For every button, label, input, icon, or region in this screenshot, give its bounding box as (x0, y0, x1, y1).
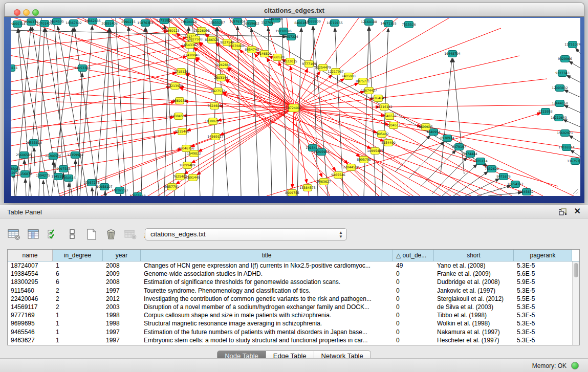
network-edge[interactable] (165, 25, 175, 196)
network-edge[interactable] (128, 27, 134, 196)
network-node[interactable]: 23676608 (228, 43, 245, 50)
network-node[interactable]: 19384554 (170, 113, 187, 120)
table-row[interactable]: 1456911722003Disruption of a novel membe… (8, 303, 572, 311)
network-node[interactable]: 10654112 (507, 181, 524, 188)
network-node[interactable]: 15876302 (137, 20, 154, 27)
network-edge[interactable] (198, 108, 294, 151)
network-edge[interactable] (421, 150, 456, 187)
table-cell-year[interactable]: 1998 (103, 312, 141, 319)
select-all-check-icon[interactable] (46, 228, 59, 240)
network-node[interactable]: 8222035 (283, 58, 297, 65)
table-cell-out_de[interactable]: 49 (393, 262, 434, 269)
network-edge[interactable] (11, 149, 182, 177)
network-node[interactable]: 8454749 (245, 47, 259, 53)
table-cell-title[interactable]: Embryonic stem cells: a model to study s… (141, 337, 393, 344)
network-edge[interactable] (56, 102, 214, 106)
network-node[interactable]: 16543362 (182, 42, 198, 49)
table-row[interactable]: 1830029562008Estimation of significance … (8, 278, 572, 286)
window-titlebar[interactable]: citations_edges.txt (4, 3, 584, 17)
network-node[interactable]: 12923448 (129, 193, 146, 196)
network-edge[interactable] (564, 90, 580, 97)
network-edge[interactable] (384, 105, 565, 107)
table-cell-title[interactable]: Investigating the contribution of common… (141, 295, 393, 302)
table-row[interactable]: 911546021997Tourette syndrome. Phenomeno… (8, 287, 572, 295)
table-cell-in_degree[interactable]: 2 (53, 287, 103, 294)
network-node[interactable]: 10674427 (361, 87, 377, 94)
network-edge[interactable] (432, 157, 467, 194)
table-cell-in_degree[interactable]: 1 (53, 329, 103, 336)
close-panel-icon[interactable]: ✕ (574, 207, 581, 216)
table-cell-title[interactable]: Structural magnetic resonance image aver… (141, 320, 393, 327)
table-row[interactable]: 1938455462009Genome-wide association stu… (8, 270, 572, 278)
table-cell-name[interactable]: 18724007 (8, 262, 53, 269)
network-edge[interactable] (32, 27, 59, 196)
table-cell-short[interactable]: Stergiakouli et al. (2012) (434, 295, 514, 302)
memory-status-icon[interactable] (571, 362, 579, 369)
network-node[interactable]: 1691440 (186, 174, 200, 181)
network-node[interactable]: 8875771 (356, 78, 370, 85)
table-cell-in_degree[interactable]: 6 (53, 278, 103, 286)
network-edge[interactable] (69, 183, 70, 196)
column-header-short[interactable]: short (434, 250, 514, 261)
table-row[interactable]: 969969511998Structural magnetic resonanc… (8, 319, 572, 327)
network-edge[interactable] (75, 160, 76, 187)
table-cell-name[interactable]: 9465546 (8, 329, 53, 336)
network-edge[interactable] (227, 68, 379, 196)
network-edge[interactable] (378, 79, 547, 98)
column-visibility-icon[interactable] (27, 228, 40, 240)
table-cell-in_degree[interactable]: 6 (53, 270, 103, 277)
citation-network-graph[interactable]: 1905572485903702070140696345051836760210… (11, 18, 580, 196)
network-edge[interactable] (569, 61, 580, 68)
network-node[interactable]: 21053346 (74, 65, 91, 72)
table-cell-year[interactable]: 2008 (103, 262, 141, 269)
network-node[interactable]: 8427512 (211, 88, 225, 95)
network-edge[interactable] (569, 136, 580, 142)
network-node[interactable]: 7857224 (284, 34, 298, 40)
network-edge[interactable] (369, 27, 376, 196)
network-node[interactable]: 15692971 (557, 130, 573, 137)
new-table-icon[interactable] (85, 228, 98, 240)
network-edge[interactable] (11, 133, 178, 161)
table-cell-name[interactable]: 14569117 (8, 303, 53, 311)
network-edge[interactable] (92, 187, 93, 196)
table-cell-name[interactable]: 19384554 (8, 270, 53, 277)
table-vertical-scrollbar[interactable] (572, 261, 579, 345)
table-row[interactable]: 977716911998Corpus callosum shape and si… (8, 311, 572, 319)
network-node[interactable]: 7485083 (341, 73, 356, 80)
table-cell-out_de[interactable]: 0 (393, 287, 434, 294)
network-edge[interactable] (349, 18, 458, 76)
table-cell-title[interactable]: Corpus callosum shape and size in male p… (141, 312, 393, 319)
table-cell-name[interactable]: 9777169 (8, 312, 53, 319)
column-header-year[interactable]: year (103, 250, 141, 261)
table-cell-title[interactable]: Estimation of the future numbers of pati… (141, 329, 393, 336)
network-node[interactable]: 25606505 (16, 152, 32, 159)
network-node[interactable]: 19404056 (181, 19, 197, 26)
table-settings-icon[interactable] (7, 228, 20, 240)
network-node[interactable]: 8995798 (357, 157, 371, 163)
network-node[interactable]: 6479197 (452, 144, 466, 150)
network-node[interactable]: 10958107 (96, 184, 113, 190)
table-cell-pagerank[interactable]: 5.3E-5 (514, 337, 572, 344)
network-node[interactable]: 16448794 (444, 51, 461, 57)
network-edge[interactable] (190, 108, 294, 147)
network-edge[interactable] (95, 28, 109, 196)
table-cell-title[interactable]: Tourette syndrome. Phenomenology and cla… (141, 287, 393, 294)
network-edge[interactable] (11, 187, 172, 196)
table-cell-pagerank[interactable]: 5.3E-5 (514, 303, 572, 311)
network-node[interactable]: 10995487 (367, 148, 383, 155)
float-panel-icon[interactable] (558, 208, 568, 216)
network-node[interactable]: 11731800 (156, 18, 172, 24)
network-node[interactable]: 9329966 (558, 56, 572, 62)
row-height-icon[interactable] (66, 228, 79, 240)
network-edge[interactable] (563, 120, 580, 127)
network-edge[interactable] (395, 135, 430, 172)
table-cell-pagerank[interactable]: 5.3E-5 (514, 329, 572, 336)
network-edge[interactable] (294, 107, 380, 108)
network-edge[interactable] (11, 132, 182, 179)
network-node[interactable]: 18367602 (66, 20, 82, 27)
network-node[interactable]: 10655287 (209, 19, 225, 26)
table-cell-out_de[interactable]: 0 (393, 295, 434, 302)
table-row[interactable]: 2242004622012Investigating the contribut… (8, 295, 572, 303)
table-cell-name[interactable]: 9699695 (8, 320, 53, 327)
table-cell-out_de[interactable]: 0 (393, 303, 434, 311)
